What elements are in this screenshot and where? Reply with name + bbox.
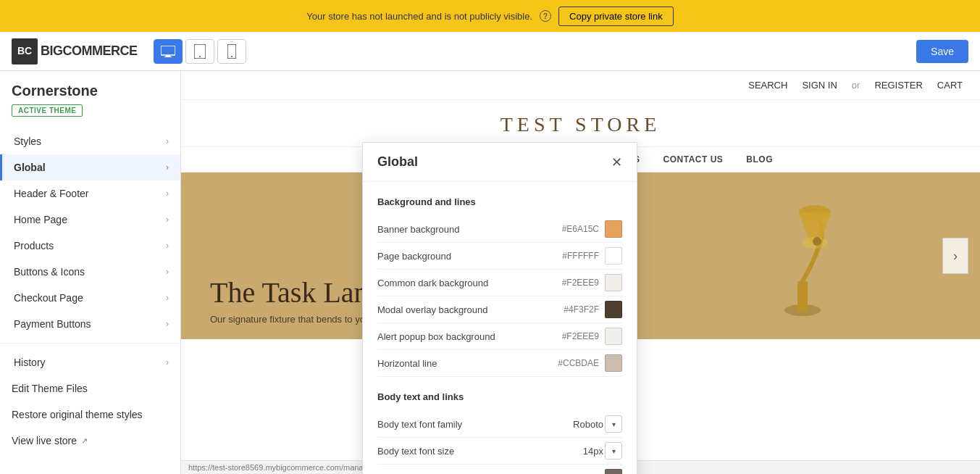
save-button[interactable]: Save — [916, 40, 968, 63]
mobile-view-button[interactable] — [217, 39, 246, 64]
sidebar-label-products: Products — [14, 240, 54, 251]
store-nav-or: or — [852, 80, 860, 91]
panel-close-button[interactable]: ✕ — [611, 156, 622, 169]
main-header: BC BIGCOMMERCE Save — [0, 32, 980, 71]
store-menu-item-contact[interactable]: CONTACT US — [663, 154, 724, 165]
color-swatch-hline[interactable] — [605, 354, 622, 372]
sidebar-label-checkout: Checkout Page — [14, 292, 83, 304]
color-value-modal-bg: #4F3F2F — [564, 304, 599, 315]
top-banner: Your store has not launched and is not p… — [0, 0, 980, 32]
chevron-right-icon: › — [166, 357, 169, 367]
color-value-page-bg: #FFFFFF — [562, 251, 599, 261]
tablet-view-button[interactable] — [185, 39, 214, 64]
sidebar-item-styles[interactable]: Styles › — [0, 128, 180, 154]
store-nav-register[interactable]: REGISTER — [874, 80, 922, 91]
sidebar-label-restore-styles: Restore original theme styles — [12, 409, 143, 420]
sidebar-label-history: History — [14, 357, 46, 368]
color-swatch-alert-bg[interactable] — [605, 328, 622, 345]
color-value-alert-bg: #F2EEE9 — [562, 331, 599, 341]
font-family-select-wrap: Roboto ▾ — [573, 415, 622, 433]
color-swatch-body-text[interactable] — [605, 469, 622, 474]
color-swatch-banner-bg[interactable] — [605, 220, 622, 238]
chevron-right-icon: › — [166, 188, 169, 199]
tablet-icon — [194, 44, 206, 59]
chevron-right-icon: › — [166, 267, 169, 277]
color-row-modal-bg: Modal overlay background #4F3F2F — [377, 296, 622, 323]
svg-rect-4 — [164, 57, 172, 57]
chevron-right-icon: › — [166, 136, 169, 146]
store-title: TEST STORE — [181, 100, 980, 146]
font-label-family: Body text font family — [377, 419, 573, 430]
font-family-dropdown[interactable]: ▾ — [605, 415, 622, 433]
sidebar-item-header-footer[interactable]: Header & Footer › — [0, 180, 180, 207]
logo-icon: BC — [12, 38, 38, 65]
store-nav-cart[interactable]: CART — [937, 80, 963, 91]
sidebar-item-history[interactable]: History › — [0, 349, 180, 375]
sidebar-item-home-page[interactable]: Home Page › — [0, 207, 180, 233]
sidebar-label-global: Global — [14, 162, 46, 173]
global-panel: Global ✕ Background and lines Banner bac… — [362, 142, 637, 474]
chevron-right-icon: › — [166, 293, 169, 303]
font-label-size: Body text font size — [377, 446, 583, 457]
section-heading-body-text: Body text and links — [377, 391, 622, 402]
font-size-dropdown[interactable]: ▾ — [605, 442, 622, 460]
color-label-modal-bg: Modal overlay background — [377, 304, 564, 315]
chevron-right-icon: › — [166, 162, 169, 172]
color-swatch-dark-bg[interactable] — [605, 274, 622, 291]
panel-title: Global — [377, 154, 418, 170]
sidebar-label-edit-theme-files: Edit Theme Files — [12, 383, 88, 394]
chevron-right-icon: › — [166, 215, 169, 225]
sidebar-label-buttons-icons: Buttons & Icons — [14, 266, 85, 278]
color-label-banner-bg: Banner background — [377, 224, 562, 235]
sidebar-item-edit-theme-files[interactable]: Edit Theme Files — [0, 375, 180, 402]
hero-lamp-illustration — [755, 176, 850, 321]
color-value-dark-bg: #F2EEE9 — [562, 278, 599, 288]
chevron-right-icon: › — [166, 319, 169, 329]
color-row-page-bg: Page background #FFFFFF — [377, 243, 622, 270]
color-row-dark-bg: Common dark background #F2EEE9 — [377, 270, 622, 296]
sidebar: Cornerstone ACTIVE THEME Styles › Global… — [0, 71, 181, 474]
color-value-banner-bg: #E6A15C — [562, 224, 599, 234]
sidebar-label-home-page: Home Page — [14, 214, 67, 225]
sidebar-item-global[interactable]: Global › — [0, 154, 180, 180]
device-buttons — [154, 39, 246, 64]
copy-link-button[interactable]: Copy private store link — [558, 7, 674, 26]
font-size-value: 14px — [583, 446, 603, 457]
font-row-family: Body text font family Roboto ▾ — [377, 411, 622, 438]
color-value-hline: #CCBDAE — [558, 358, 599, 368]
color-label-dark-bg: Common dark background — [377, 278, 562, 288]
svg-rect-2 — [161, 46, 175, 55]
sidebar-item-payment-buttons[interactable]: Payment Buttons › — [0, 311, 180, 337]
sidebar-label-payment-buttons: Payment Buttons — [14, 318, 91, 330]
store-preview: Global ✕ Background and lines Banner bac… — [181, 71, 980, 474]
font-row-size: Body text font size 14px ▾ — [377, 438, 622, 465]
logo: BC BIGCOMMERCE — [12, 38, 138, 65]
sidebar-item-restore-styles[interactable]: Restore original theme styles — [0, 402, 180, 428]
sidebar-item-products[interactable]: Products › — [0, 233, 180, 259]
color-swatch-page-bg[interactable] — [605, 247, 622, 265]
sidebar-title: Cornerstone — [0, 83, 180, 104]
color-swatch-modal-bg[interactable] — [605, 301, 622, 318]
section-heading-background: Background and lines — [377, 196, 622, 207]
panel-body: Background and lines Banner background #… — [363, 182, 637, 474]
main-layout: Cornerstone ACTIVE THEME Styles › Global… — [0, 71, 980, 474]
svg-text:BC: BC — [17, 44, 32, 56]
store-nav-search[interactable]: SEARCH — [748, 80, 787, 91]
panel-header: Global ✕ — [363, 143, 637, 182]
store-menu-item-blog[interactable]: BLOG — [746, 154, 773, 165]
sidebar-divider — [0, 343, 180, 344]
active-theme-badge: ACTIVE THEME — [12, 104, 83, 117]
sidebar-label-styles: Styles — [14, 136, 41, 147]
desktop-view-button[interactable] — [154, 39, 183, 64]
help-icon[interactable]: ? — [540, 10, 551, 22]
svg-point-6 — [199, 56, 201, 57]
hero-next-button[interactable]: › — [942, 238, 968, 274]
sidebar-item-buttons-icons[interactable]: Buttons & Icons › — [0, 259, 180, 285]
font-size-select-wrap: 14px ▾ — [583, 442, 622, 460]
color-label-page-bg: Page background — [377, 251, 562, 262]
sidebar-item-view-live-store[interactable]: View live store ↗ — [0, 428, 180, 454]
store-nav-signin[interactable]: SIGN IN — [802, 80, 837, 91]
external-link-icon: ↗ — [81, 436, 88, 446]
color-row-hline: Horizontal line #CCBDAE — [377, 350, 622, 377]
sidebar-item-checkout[interactable]: Checkout Page › — [0, 285, 180, 311]
